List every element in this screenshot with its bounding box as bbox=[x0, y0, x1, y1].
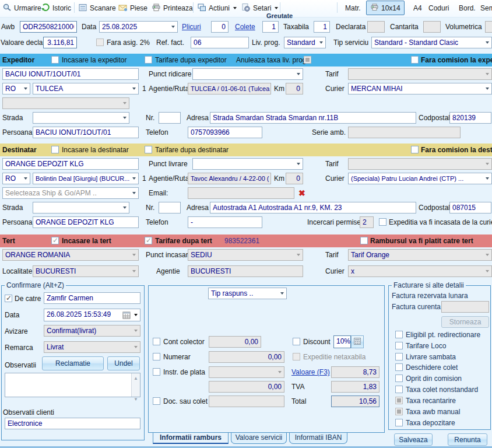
discount-value: 10% bbox=[336, 337, 350, 345]
check-livrare-sambata[interactable] bbox=[395, 353, 403, 360]
expeditor-name-input[interactable] bbox=[2, 68, 139, 80]
tab-informatii-iban[interactable]: Informatii IBAN bbox=[289, 433, 347, 444]
shipgo-dropdown[interactable]: Selecteaza Ship & Go/APM .. bbox=[2, 187, 139, 199]
cantarita-input bbox=[423, 21, 441, 33]
destinatar-nr-input[interactable] bbox=[159, 202, 181, 214]
tarifare-destinatar-checkbox[interactable] bbox=[145, 146, 152, 153]
textarea-scrollbar[interactable]: ▲▼ bbox=[131, 373, 140, 397]
de-catre-input[interactable] bbox=[44, 292, 140, 304]
clear-email-icon[interactable]: ✖ bbox=[298, 187, 305, 199]
tip-serviciu-dropdown[interactable]: Standard - Standard Clasic bbox=[371, 37, 492, 48]
total-value: 10,56 bbox=[359, 397, 377, 405]
numerar-checkbox[interactable] bbox=[153, 353, 160, 360]
toolbar-print-format-button[interactable]: 10x14 bbox=[366, 1, 405, 15]
discount-calc-button[interactable] bbox=[351, 335, 364, 348]
ref-fact-input[interactable] bbox=[191, 37, 249, 48]
plicuri-link[interactable]: Plicuri bbox=[182, 21, 201, 33]
colete-input[interactable] bbox=[262, 21, 279, 33]
valoare-declarata-input[interactable] bbox=[43, 37, 77, 48]
expeditor-strada-dropdown[interactable] bbox=[33, 112, 129, 124]
toolbar-urmarire-button[interactable]: Urmarire bbox=[2, 2, 41, 15]
toolbar-istoric-button[interactable]: Istoric bbox=[41, 2, 71, 15]
ramburs-tert-checkbox[interactable] bbox=[360, 237, 368, 244]
salveaza-button[interactable]: Salveaza bbox=[394, 433, 433, 446]
expeditor-codpostal-input[interactable] bbox=[449, 112, 491, 124]
expeditor-country-dropdown[interactable]: RO bbox=[2, 83, 30, 94]
reclamatie-button[interactable]: Reclamatie bbox=[42, 356, 104, 370]
awb-input[interactable] bbox=[20, 21, 77, 33]
destinatar-curier-dropdown[interactable]: (Speciala) Patru Lucian Andrei (CTP) ... bbox=[348, 173, 492, 184]
destinatar-codpostal-input[interactable] bbox=[449, 202, 491, 214]
renunta-button[interactable]: Renunta bbox=[448, 433, 487, 446]
expeditor-telefon-input[interactable] bbox=[188, 127, 262, 138]
cont-colector-checkbox[interactable] bbox=[153, 338, 160, 345]
destinatar-country-dropdown[interactable]: RO bbox=[2, 173, 30, 184]
toolbar-coduri-button[interactable]: Coduri bbox=[428, 2, 449, 15]
destinatar-name-input[interactable] bbox=[2, 158, 139, 170]
check-eligibil-redirectionare[interactable] bbox=[395, 331, 403, 338]
incasare-destinatar-checkbox[interactable] bbox=[51, 146, 59, 153]
fara-comision-destinatar-checkbox[interactable] bbox=[411, 146, 419, 153]
tarifare-expeditor-checkbox[interactable] bbox=[145, 56, 152, 64]
toolbar-matr-button[interactable]: Matr. bbox=[345, 2, 361, 15]
tab-informatii-ramburs[interactable]: Informatii ramburs bbox=[153, 433, 229, 444]
tip-raspuns-dropdown[interactable]: Tip raspuns .. bbox=[208, 288, 287, 299]
toolbar-scanare-button[interactable]: Scanare bbox=[78, 2, 116, 15]
taxabila-input[interactable] bbox=[314, 21, 330, 33]
observatii-textarea[interactable] bbox=[5, 373, 140, 397]
toolbar-printeaza-button[interactable]: Printeaza bbox=[152, 2, 193, 15]
check-taxa-colet-nonstandard[interactable] bbox=[395, 386, 403, 393]
undel-button[interactable]: Undel bbox=[107, 356, 140, 370]
toolbar-actiuni-button[interactable]: Actiuni bbox=[197, 2, 237, 15]
tab-valoare-servicii[interactable]: Valoare servicii bbox=[231, 433, 287, 444]
check-oprit-din-comision[interactable] bbox=[395, 374, 403, 382]
destinatar-tarif-label: Tarif bbox=[325, 158, 339, 170]
tip-serviciu-label: Tip serviciu bbox=[333, 37, 368, 48]
observatii-clienti-input[interactable] bbox=[5, 418, 140, 429]
plicuri-input[interactable] bbox=[211, 21, 229, 33]
colete-link[interactable]: Colete bbox=[235, 21, 255, 33]
punct-livrare-dropdown[interactable] bbox=[192, 158, 303, 170]
check-taxa-recantarire[interactable] bbox=[395, 397, 403, 404]
destinatar-telefon-input[interactable] bbox=[188, 216, 262, 228]
calendar-icon[interactable] bbox=[122, 311, 131, 321]
destinatar-strada-dropdown[interactable] bbox=[33, 202, 129, 214]
check-tarifare-loco[interactable] bbox=[395, 342, 403, 349]
toolbar-semib-button[interactable]: Semib bbox=[480, 2, 492, 15]
toolbar-bord-button[interactable]: Bord. bbox=[459, 2, 476, 15]
expeditor-agentie-value: TULCEA / 01-06-01 (Tulcea [De bbox=[191, 85, 271, 92]
discount-checkbox[interactable] bbox=[293, 338, 300, 345]
valoare-f3-link[interactable]: Valoare (F3) bbox=[291, 366, 330, 378]
anuleaza-taxa-checkbox[interactable] bbox=[304, 56, 311, 64]
check-taxa-awb-manual[interactable] bbox=[395, 408, 403, 415]
instr-plata-checkbox[interactable] bbox=[153, 368, 160, 376]
serie-amb-label: Serie amb. bbox=[312, 127, 346, 138]
fara-comision-expeditor-checkbox[interactable] bbox=[411, 56, 419, 64]
destinatar-agentie-value: Tavoc Alexandru / 4-22-00 ( Bu bbox=[191, 175, 271, 182]
incasare-expeditor-checkbox[interactable] bbox=[51, 56, 59, 64]
de-catre-checkbox[interactable] bbox=[5, 295, 12, 302]
data-dropdown[interactable]: 25.08.2025 bbox=[99, 21, 178, 33]
liv-prog-dropdown[interactable]: Standard bbox=[284, 37, 326, 48]
discount-input[interactable]: 10% bbox=[333, 335, 351, 348]
expeditor-city-dropdown[interactable]: TULCEA bbox=[33, 83, 139, 94]
doc-sau-colet-checkbox[interactable] bbox=[153, 397, 160, 405]
destinatar-persoana-input[interactable] bbox=[33, 216, 139, 228]
check-taxa-depozitare[interactable] bbox=[395, 419, 403, 426]
check-deschidere-colet[interactable] bbox=[395, 363, 403, 371]
expeditor-curier-dropdown[interactable]: MERCAN MIHAI bbox=[348, 83, 492, 94]
expeditor-persoana-input[interactable] bbox=[33, 127, 139, 138]
toolbar-a4-button[interactable]: A4 bbox=[413, 2, 422, 15]
destinatar-adresa-label: Adresa bbox=[187, 202, 209, 214]
fara-asig-checkbox[interactable] bbox=[96, 38, 104, 46]
destinatar-adresa-input[interactable] bbox=[210, 202, 416, 214]
punct-ridicare-dropdown[interactable] bbox=[192, 68, 303, 80]
destinatar-city-dropdown[interactable]: Bolintin Deal [Giurgiu] (BUCUR... bbox=[33, 173, 139, 184]
confirmare-data-field[interactable]: 26.08.2025 15:53:49 bbox=[44, 309, 140, 321]
expeditia-incasata-checkbox[interactable] bbox=[379, 218, 386, 226]
expeditor-nr-input[interactable] bbox=[159, 112, 181, 124]
expeditor-adresa-input[interactable] bbox=[210, 112, 416, 124]
tarifare-tert-checkbox[interactable] bbox=[145, 237, 152, 244]
toolbar-piese-button[interactable]: Piese bbox=[118, 2, 147, 15]
incasare-tert-checkbox[interactable] bbox=[51, 237, 59, 244]
